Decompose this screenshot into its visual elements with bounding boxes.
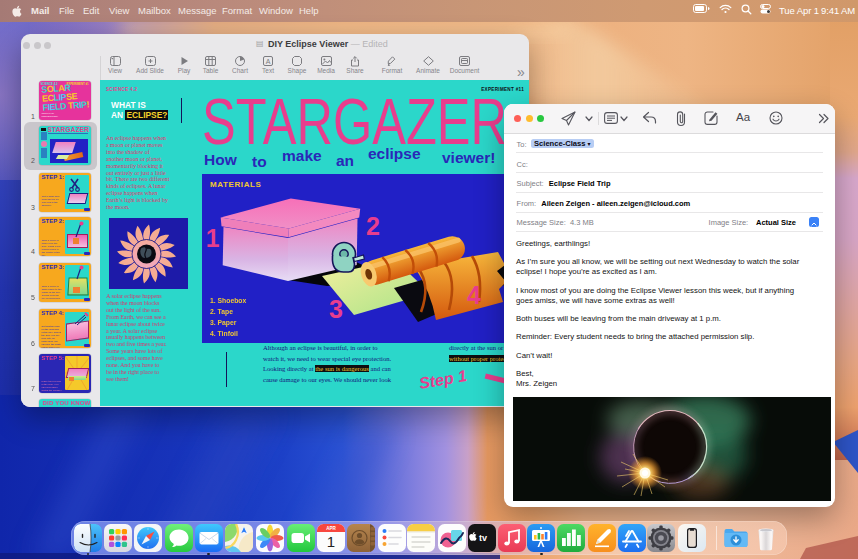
svg-text:1: 1	[327, 533, 335, 550]
svg-text:APR: APR	[326, 526, 336, 531]
svg-text:tv: tv	[479, 533, 487, 543]
svg-text:A: A	[266, 58, 271, 65]
svg-text:Howtomakeaneclipseviewer!: Howtomakeaneclipseviewer!	[204, 145, 495, 170]
svg-text:STARGAZER: STARGAZER	[202, 91, 507, 149]
